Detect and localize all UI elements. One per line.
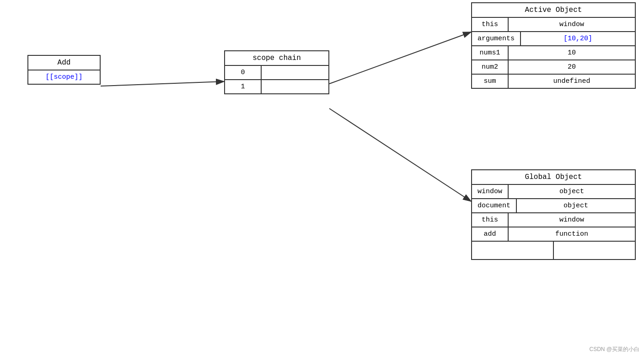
global-this-key: this: [472, 213, 509, 227]
global-window-value: object: [509, 185, 635, 198]
active-this-value: window: [509, 18, 635, 31]
scope-index-0: 0: [225, 66, 262, 79]
global-empty-key: [472, 242, 554, 259]
scope-index-1: 1: [225, 80, 262, 93]
global-document-key: document: [472, 199, 517, 212]
svg-line-1: [329, 32, 471, 84]
active-object-box: Active Object this window arguments [10,…: [471, 2, 636, 89]
scope-value-0: [262, 66, 312, 79]
global-add-value: function: [509, 227, 635, 241]
svg-line-2: [329, 108, 471, 201]
svg-line-0: [101, 81, 224, 86]
active-nums1-value: 10: [509, 46, 635, 60]
watermark: CSDN @买菜的小白: [589, 346, 639, 353]
active-object-title: Active Object: [472, 3, 635, 18]
active-arguments-key: arguments: [472, 32, 521, 45]
global-object-box: Global Object window object document obj…: [471, 169, 636, 260]
global-window-key: window: [472, 185, 509, 198]
active-sum-key: sum: [472, 75, 509, 88]
scope-chain-title: scope chain: [225, 51, 328, 66]
global-object-title: Global Object: [472, 170, 635, 185]
active-num2-key: num2: [472, 60, 509, 74]
active-arguments-value: [10,20]: [521, 32, 635, 45]
active-num2-value: 20: [509, 60, 635, 74]
scope-label: [[scope]]: [28, 70, 100, 84]
scope-chain-box: scope chain 0 1: [224, 50, 329, 94]
global-this-value: window: [509, 213, 635, 227]
active-nums1-key: nums1: [472, 46, 509, 60]
active-this-key: this: [472, 18, 509, 31]
global-empty-value: [554, 242, 635, 259]
global-document-value: object: [517, 199, 635, 212]
scope-value-1: [262, 80, 312, 93]
global-add-key: add: [472, 227, 509, 241]
add-function-box: Add [[scope]]: [27, 55, 101, 85]
active-sum-value: undefined: [509, 75, 635, 88]
add-title: Add: [28, 56, 100, 70]
